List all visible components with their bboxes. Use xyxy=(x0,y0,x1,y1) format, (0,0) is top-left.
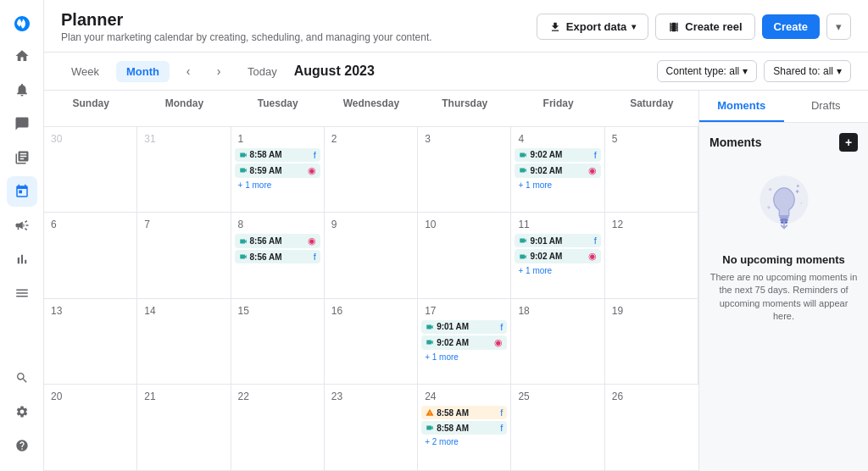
day-1[interactable]: 1 8:58 AM f 8:59 AM ◉ + 1 more xyxy=(231,127,325,213)
calendar-grid-container: Sunday Monday Tuesday Wednesday Thursday… xyxy=(44,91,698,471)
content-type-filter[interactable]: Content type: all ▾ xyxy=(657,60,758,82)
day-24[interactable]: 24 8:58 AM f 8:58 AM f + 2 more xyxy=(418,385,511,471)
day-22[interactable]: 22 xyxy=(231,385,325,471)
day-7[interactable]: 7 xyxy=(137,213,231,299)
day-16[interactable]: 16 xyxy=(325,299,418,385)
date-number: 20 xyxy=(47,389,65,404)
event-chip[interactable]: 8:58 AM f xyxy=(235,148,320,162)
sidebar-item-campaigns[interactable] xyxy=(7,210,37,241)
day-26[interactable]: 26 xyxy=(605,385,698,471)
svg-point-7 xyxy=(769,188,771,191)
day-30[interactable]: 30 xyxy=(44,127,137,213)
event-chip[interactable]: 8:58 AM f xyxy=(421,421,507,435)
sidebar-item-more[interactable] xyxy=(7,278,37,308)
drafts-tab[interactable]: Drafts xyxy=(784,91,869,122)
toolbar-right: Content type: all ▾ Shared to: all ▾ xyxy=(657,60,851,82)
day-10[interactable]: 10 xyxy=(418,213,511,299)
video-icon xyxy=(426,424,434,432)
prev-month-button[interactable]: ‹ xyxy=(176,59,200,83)
day-4[interactable]: 4 9:02 AM f 9:02 AM ◉ + 1 more xyxy=(511,127,604,213)
more-events-link[interactable]: + 2 more xyxy=(421,436,507,447)
more-events-link[interactable]: + 1 more xyxy=(235,180,320,191)
content-type-chevron: ▾ xyxy=(743,65,748,77)
event-time: 9:02 AM xyxy=(530,166,585,175)
export-button[interactable]: Export data ▾ xyxy=(537,14,649,40)
sidebar-item-home[interactable] xyxy=(7,41,37,71)
event-chip[interactable]: 9:02 AM ◉ xyxy=(421,335,507,350)
day-19[interactable]: 19 xyxy=(605,299,698,385)
sidebar-item-messages[interactable] xyxy=(7,108,37,139)
day-23[interactable]: 23 xyxy=(325,385,418,471)
sidebar-item-planner[interactable] xyxy=(7,176,37,207)
event-chip[interactable]: 9:01 AM f xyxy=(421,320,507,334)
day-header-tuesday: Tuesday xyxy=(231,91,325,127)
moments-tab[interactable]: Moments xyxy=(699,91,784,122)
event-chip[interactable]: 9:02 AM ◉ xyxy=(515,163,600,178)
create-dropdown-button[interactable]: ▾ xyxy=(826,14,851,40)
video-icon xyxy=(426,323,434,331)
moments-title: Moments xyxy=(709,136,761,149)
create-label: Create xyxy=(774,20,808,33)
day-18[interactable]: 18 xyxy=(511,299,604,385)
day-15[interactable]: 15 xyxy=(231,299,325,385)
event-chip[interactable]: 9:01 AM f xyxy=(515,234,600,247)
event-time: 8:58 AM xyxy=(437,424,498,433)
event-chip[interactable]: 9:02 AM ◉ xyxy=(515,249,600,263)
day-12[interactable]: 12 xyxy=(605,213,698,299)
sidebar-item-analytics[interactable] xyxy=(7,244,37,274)
day-14[interactable]: 14 xyxy=(137,299,231,385)
event-time: 9:02 AM xyxy=(437,338,492,347)
day-3[interactable]: 3 xyxy=(418,127,511,213)
create-reel-label: Create reel xyxy=(685,20,742,33)
day-13[interactable]: 13 xyxy=(44,299,137,385)
date-number: 16 xyxy=(328,303,346,319)
week-tab[interactable]: Week xyxy=(61,61,109,82)
sidebar-item-help[interactable] xyxy=(7,430,37,461)
date-number: 18 xyxy=(515,303,532,319)
video-icon xyxy=(426,338,434,346)
video-icon xyxy=(239,252,248,261)
day-11[interactable]: 11 9:01 AM f 9:02 AM ◉ + 1 more xyxy=(511,213,604,299)
sidebar-item-settings[interactable] xyxy=(7,396,37,427)
event-chip[interactable]: 8:59 AM ◉ xyxy=(235,163,320,178)
date-number: 13 xyxy=(47,303,65,319)
event-chip[interactable]: 9:02 AM f xyxy=(515,148,600,162)
date-number: 6 xyxy=(47,217,60,232)
day-21[interactable]: 21 xyxy=(137,385,231,471)
sidebar-item-search[interactable] xyxy=(7,363,37,393)
page-subtitle: Plan your marketing calendar by creating… xyxy=(61,31,432,43)
event-chip[interactable]: 8:56 AM ◉ xyxy=(235,234,320,248)
day-25[interactable]: 25 xyxy=(511,385,604,471)
date-number: 14 xyxy=(141,303,159,319)
create-reel-button[interactable]: Create reel xyxy=(655,14,754,40)
add-moment-button[interactable]: + xyxy=(839,133,858,152)
sidebar-item-notifications[interactable] xyxy=(7,75,37,105)
day-5[interactable]: 5 xyxy=(605,127,698,213)
more-events-link[interactable]: + 1 more xyxy=(515,265,600,276)
event-chip-warning[interactable]: 8:58 AM f xyxy=(421,406,507,419)
sidebar-item-content[interactable] xyxy=(7,142,37,173)
svg-rect-1 xyxy=(779,216,788,219)
day-9[interactable]: 9 xyxy=(325,213,418,299)
today-button[interactable]: Today xyxy=(237,61,287,82)
event-time: 9:02 AM xyxy=(530,252,585,261)
day-31[interactable]: 31 xyxy=(137,127,231,213)
more-events-link[interactable]: + 1 more xyxy=(421,352,507,363)
create-button[interactable]: Create xyxy=(762,14,820,39)
day-2[interactable]: 2 xyxy=(325,127,418,213)
day-header-sunday: Sunday xyxy=(44,91,137,127)
day-20[interactable]: 20 xyxy=(44,385,137,471)
day-8[interactable]: 8 8:56 AM ◉ 8:56 AM f xyxy=(231,213,325,299)
event-time: 9:01 AM xyxy=(437,322,498,331)
content-type-label: Content type: all xyxy=(666,65,740,77)
more-events-link[interactable]: + 1 more xyxy=(515,180,600,191)
day-6[interactable]: 6 xyxy=(44,213,137,299)
month-tab[interactable]: Month xyxy=(116,61,170,82)
date-number: 21 xyxy=(141,389,159,404)
next-month-button[interactable]: › xyxy=(207,59,231,83)
header-actions: Export data ▾ Create reel Create ▾ xyxy=(537,14,851,40)
shared-to-filter[interactable]: Shared to: all ▾ xyxy=(764,60,851,82)
right-panel: Moments Drafts Moments + xyxy=(698,91,868,471)
day-17[interactable]: 17 9:01 AM f 9:02 AM ◉ + 1 more xyxy=(418,299,511,385)
event-chip[interactable]: 8:56 AM f xyxy=(235,250,320,263)
